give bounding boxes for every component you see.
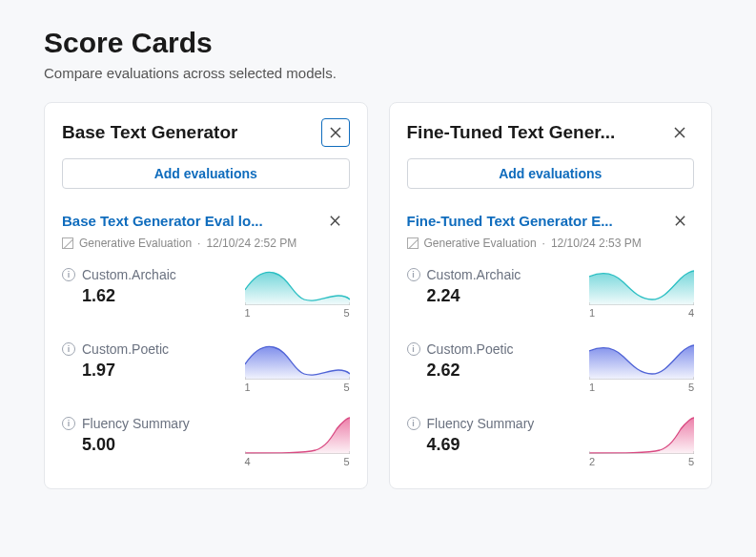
close-card-button[interactable] [321, 118, 350, 147]
add-evaluations-button[interactable]: Add evaluations [407, 158, 695, 189]
metric-name: i Custom.Archaic [62, 267, 232, 282]
eval-header: Base Text Generator Eval lo... [62, 206, 350, 235]
metric-value: 1.62 [82, 286, 232, 306]
info-icon[interactable]: i [62, 268, 75, 281]
metric-row: i Custom.Archaic 1.62 1 5 [62, 267, 350, 319]
axis-min: 1 [589, 382, 595, 393]
cards-container: Base Text Generator Add evaluations Base… [44, 102, 712, 489]
info-icon[interactable]: i [62, 417, 75, 430]
card-title: Fine-Tuned Text Gener... [407, 122, 616, 143]
eval-meta: Generative Evaluation · 12/10/24 2:52 PM [62, 237, 350, 250]
axis-min: 1 [245, 382, 251, 393]
metric-value: 5.00 [82, 435, 232, 455]
axis-max: 5 [688, 382, 694, 393]
page-subtitle: Compare evaluations across selected mode… [44, 65, 712, 81]
generative-eval-icon [62, 237, 73, 249]
axis-min: 1 [589, 307, 595, 319]
score-card: Base Text Generator Add evaluations Base… [44, 102, 368, 489]
close-icon [674, 215, 686, 227]
sparkline-svg [589, 341, 694, 380]
axis-min: 1 [245, 307, 251, 319]
score-card: Fine-Tuned Text Gener... Add evaluations… [389, 102, 713, 489]
add-evaluations-button[interactable]: Add evaluations [62, 158, 350, 189]
info-icon[interactable]: i [407, 417, 420, 430]
metric-row: i Custom.Archaic 2.24 1 4 [407, 267, 695, 319]
metric-value: 2.62 [427, 361, 577, 381]
axis-max: 5 [343, 382, 349, 393]
evaluation-link[interactable]: Fine-Tuned Text Generator E... [407, 213, 613, 229]
axis-max: 4 [688, 307, 694, 319]
eval-meta: Generative Evaluation · 12/10/24 2:53 PM [407, 237, 695, 250]
metric-name: i Custom.Poetic [62, 341, 232, 357]
info-icon[interactable]: i [62, 342, 75, 356]
close-icon [329, 215, 341, 227]
metric-name: i Custom.Poetic [407, 341, 577, 357]
metric-value: 1.97 [82, 361, 232, 381]
metric-row: i Fluency Summary 5.00 4 5 [62, 416, 350, 467]
metric-value: 2.24 [427, 286, 577, 306]
remove-evaluation-button[interactable] [665, 206, 694, 235]
sparkline-chart: 2 5 [589, 416, 694, 467]
close-icon [673, 126, 686, 139]
generative-eval-icon [407, 237, 419, 249]
close-card-button[interactable] [665, 118, 694, 147]
eval-header: Fine-Tuned Text Generator E... [407, 206, 695, 235]
metric-name: i Custom.Archaic [407, 267, 577, 282]
sparkline-chart: 1 5 [245, 267, 350, 319]
eval-type-label: Generative Evaluation [424, 237, 537, 250]
close-icon [329, 126, 342, 139]
info-icon[interactable]: i [407, 342, 420, 356]
metric-name: i Fluency Summary [62, 416, 232, 431]
metric-row: i Custom.Poetic 2.62 1 5 [407, 341, 695, 393]
card-header: Fine-Tuned Text Gener... [407, 118, 695, 147]
page-heading: Score Cards Compare evaluations across s… [44, 27, 712, 81]
info-icon[interactable]: i [407, 268, 420, 281]
sparkline-svg [589, 267, 694, 305]
card-title: Base Text Generator [62, 122, 237, 143]
axis-max: 5 [343, 307, 349, 319]
axis-max: 5 [688, 456, 694, 467]
axis-min: 4 [245, 456, 251, 467]
metric-row: i Fluency Summary 4.69 2 5 [407, 416, 695, 467]
axis-max: 5 [343, 456, 349, 467]
remove-evaluation-button[interactable] [321, 206, 350, 235]
card-header: Base Text Generator [62, 118, 350, 147]
metric-name: i Fluency Summary [407, 416, 577, 431]
sparkline-svg [245, 267, 350, 305]
sparkline-chart: 1 4 [589, 267, 694, 319]
evaluation-link[interactable]: Base Text Generator Eval lo... [62, 213, 263, 229]
axis-min: 2 [589, 456, 595, 467]
eval-type-label: Generative Evaluation [79, 237, 192, 250]
sparkline-svg [245, 341, 350, 380]
eval-timestamp: 12/10/24 2:52 PM [206, 237, 296, 250]
sparkline-svg [589, 416, 694, 454]
sparkline-chart: 1 5 [589, 341, 694, 393]
metric-value: 4.69 [427, 435, 577, 455]
sparkline-chart: 4 5 [245, 416, 350, 467]
sparkline-svg [245, 416, 350, 454]
sparkline-chart: 1 5 [245, 341, 350, 393]
eval-timestamp: 12/10/24 2:53 PM [551, 237, 642, 250]
page-title: Score Cards [44, 27, 712, 59]
metric-row: i Custom.Poetic 1.97 1 5 [62, 341, 350, 393]
